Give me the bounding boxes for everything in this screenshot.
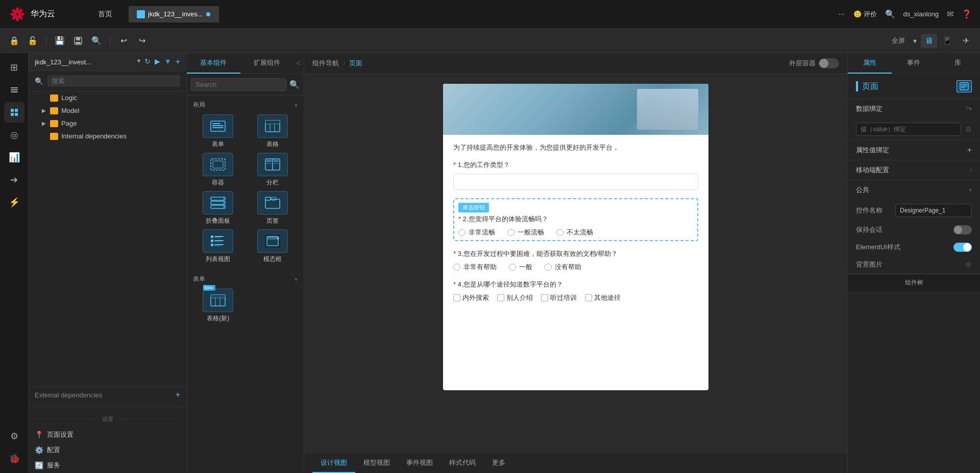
radio-label-2: 一般流畅	[518, 228, 544, 237]
control-name-input[interactable]	[895, 204, 972, 217]
help-icon[interactable]: ❓	[962, 9, 972, 19]
project-expand-icon[interactable]: ▾	[137, 57, 140, 66]
bottom-tab-style[interactable]: 样式代码	[441, 453, 484, 473]
canvas-scroll[interactable]: 为了持续提高您的开发体验，为您提供更好的开发平台， * 1.您的工作类型？ 单选…	[304, 74, 847, 453]
save-btn[interactable]: 💾	[52, 33, 68, 49]
comp-section-arrow-form[interactable]: ▾	[295, 276, 298, 283]
right-tab-events[interactable]: 事件	[892, 53, 936, 74]
search-icon[interactable]: 🔍	[885, 9, 895, 19]
radio-item-3-2[interactable]: 一般	[509, 263, 532, 272]
comp-item-modal[interactable]: ✕ 模态框	[248, 229, 298, 264]
tree-node-page[interactable]: ▶ Page	[29, 117, 186, 130]
bottom-tab-design[interactable]: 设计视图	[312, 453, 355, 473]
project-run-icon[interactable]: ▶	[155, 57, 160, 66]
zoom-btn[interactable]: 🔍	[88, 33, 105, 49]
comp-item-table-new[interactable]: beta 表格(新)	[193, 289, 243, 323]
checkbox-item-3[interactable]: 听过培训	[541, 293, 577, 302]
mobile-config-header[interactable]: 移动端配置 ›	[848, 160, 980, 180]
sidebar-data-btn[interactable]: 📊	[4, 147, 24, 168]
data-binding-header[interactable]: 数据绑定 ? ▾	[848, 99, 980, 119]
comp-tab-arrow[interactable]: <	[293, 53, 304, 74]
project-add-icon[interactable]: +	[176, 57, 180, 66]
bottom-tab-model[interactable]: 模型视图	[355, 453, 398, 473]
ext-dep-add-btn[interactable]: +	[176, 390, 180, 399]
tree-node-internal-deps[interactable]: Internal dependencies	[29, 130, 186, 143]
share-view-btn[interactable]: ✈	[958, 34, 974, 48]
breadcrumb-page[interactable]: 页面	[349, 59, 362, 68]
comp-item-form[interactable]: 表单	[193, 114, 243, 149]
value-binding-input[interactable]	[856, 123, 961, 136]
sidebar-components-btn[interactable]	[4, 102, 24, 123]
active-tab[interactable]: jkdk_123__inves...	[129, 6, 219, 22]
config-row[interactable]: ⚙️ 配置	[29, 442, 186, 458]
comp-item-split[interactable]: 分栏	[248, 153, 298, 187]
mail-icon[interactable]: ✉	[947, 9, 953, 19]
radio-item-1[interactable]: 非常流畅	[458, 228, 495, 237]
top-bar-right: ··· 🙂 评价 🔍 ds_xiaolong ✉ ❓	[838, 9, 972, 19]
radio-item-2[interactable]: 一般流畅	[507, 228, 544, 237]
sidebar-state-btn[interactable]: ◎	[4, 125, 24, 145]
public-header[interactable]: 公共 ▾	[848, 180, 980, 200]
component-tree-footer[interactable]: 组件树	[848, 274, 980, 291]
tree-node-logic[interactable]: Logic	[29, 91, 186, 104]
nav-home[interactable]: 首页	[98, 10, 112, 19]
keep-session-toggle[interactable]	[953, 225, 972, 234]
desktop-view-btn[interactable]: 🖥	[921, 34, 937, 48]
sidebar-home-btn[interactable]: ⊞	[4, 57, 24, 78]
review-btn[interactable]: 🙂 评价	[853, 10, 877, 19]
attr-binding-header[interactable]: 属性值绑定 +	[848, 140, 980, 160]
outer-container-switch[interactable]	[819, 58, 839, 68]
sidebar-layers-btn[interactable]	[4, 80, 24, 100]
question-1-input[interactable]	[453, 174, 698, 190]
sidebar-api-btn[interactable]: ⚡	[4, 192, 24, 212]
page-settings-row[interactable]: 📍 页面设置	[29, 427, 186, 442]
value-binding-gear[interactable]: ⚙	[965, 125, 972, 133]
toolbar-sep-1	[46, 36, 46, 46]
project-filter-icon[interactable]: ▼	[164, 57, 172, 66]
search-input-tree[interactable]	[47, 75, 180, 87]
comp-item-container[interactable]: 容器	[193, 153, 243, 187]
comp-section-arrow-layout[interactable]: ▾	[295, 102, 298, 109]
tree-node-model[interactable]: ▶ Model	[29, 104, 186, 117]
comp-item-listview[interactable]: 列表视图	[193, 229, 243, 264]
bg-image-gear[interactable]: ⚙	[965, 261, 972, 269]
comp-item-table[interactable]: 表格	[248, 114, 298, 149]
more-icon[interactable]: ···	[838, 10, 845, 19]
unlock-btn[interactable]: 🔓	[24, 33, 41, 49]
bottom-tab-events[interactable]: 事件视图	[398, 453, 441, 473]
sidebar-debug-btn[interactable]: 🐞	[4, 448, 24, 469]
lock-btn[interactable]: 🔒	[6, 33, 22, 49]
undo-btn[interactable]: ↩	[115, 33, 132, 49]
svg-rect-13	[11, 91, 18, 92]
right-tab-properties[interactable]: 属性	[848, 53, 892, 74]
project-refresh-icon[interactable]: ↻	[144, 57, 151, 66]
checkbox-item-1[interactable]: 内外搜索	[453, 293, 489, 302]
element-ui-toggle[interactable]	[953, 243, 972, 252]
comp-tab-extend[interactable]: 扩展组件	[240, 53, 294, 74]
checkbox-item-2[interactable]: 别人介绍	[497, 293, 533, 302]
fullscreen-chevron[interactable]: ▾	[913, 37, 917, 45]
redo-btn[interactable]: ↪	[134, 33, 150, 49]
sidebar-flow-btn[interactable]: ➔	[4, 170, 24, 190]
save-as-btn[interactable]	[70, 33, 86, 49]
comp-item-collapse[interactable]: ▾ ▾ ▾ 折叠面板	[193, 191, 243, 225]
radio-item-3-3[interactable]: 没有帮助	[545, 263, 581, 272]
data-binding-help[interactable]: ?	[965, 105, 969, 112]
radio-item-3-1[interactable]: 非常有帮助	[453, 263, 497, 272]
service-row[interactable]: 🔄 服务	[29, 458, 186, 473]
comp-tab-basic[interactable]: 基本组件	[187, 53, 240, 74]
breadcrumb-nav[interactable]: 组件导航	[312, 59, 339, 68]
fullscreen-label[interactable]: 全屏	[892, 36, 905, 45]
mobile-view-btn[interactable]: 📱	[939, 34, 955, 48]
checkbox-item-4[interactable]: 其他途径	[585, 293, 621, 302]
radio-item-3[interactable]: 不太流畅	[556, 228, 593, 237]
sidebar-settings-btn[interactable]: ⚙	[4, 426, 24, 446]
bottom-tab-more[interactable]: 更多	[484, 453, 513, 473]
comp-section-header-form: 表单 ▾	[191, 273, 300, 286]
comp-item-tabs[interactable]: 页签	[248, 191, 298, 225]
right-tab-lib[interactable]: 库	[936, 53, 980, 74]
logo-text: 华为云	[31, 9, 55, 19]
svg-text:▾: ▾	[223, 197, 225, 200]
attr-binding-add[interactable]: +	[967, 146, 972, 155]
comp-search-input[interactable]	[191, 78, 286, 91]
